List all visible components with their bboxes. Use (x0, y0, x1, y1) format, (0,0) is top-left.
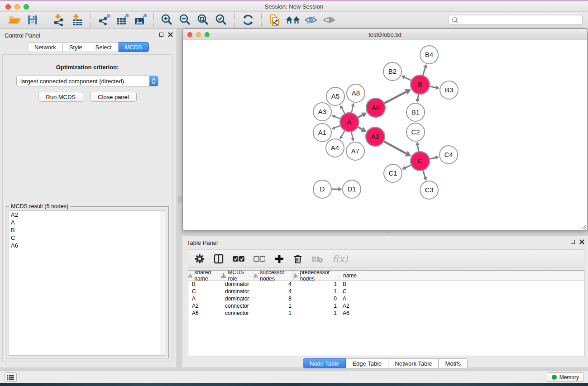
column-header-successor-nodes[interactable]: successor nodes (254, 271, 294, 280)
table-cell[interactable]: 1 (294, 302, 339, 310)
table-cell[interactable]: 4 (254, 288, 294, 295)
graph-edge[interactable] (429, 157, 435, 159)
show-columns-icon[interactable] (214, 254, 224, 264)
mcds-result-item[interactable]: C (9, 234, 166, 242)
graph-edge[interactable] (405, 77, 411, 81)
column-header-shared-name[interactable]: shared name (188, 271, 221, 280)
node-table[interactable]: shared nameMCDS rolesuccessor nodesprede… (188, 270, 584, 356)
mcds-list-scrollbar[interactable] (160, 211, 166, 355)
table-cell[interactable]: 0 (294, 295, 339, 302)
function-builder-icon[interactable]: f(x) (332, 253, 348, 264)
mcds-result-item[interactable]: A2 (9, 211, 166, 219)
tab-motifs[interactable]: Motifs (439, 358, 468, 368)
table-cell[interactable]: 1 (294, 281, 339, 288)
table-cell[interactable]: connector (221, 310, 254, 317)
table-row[interactable]: Cdominator41C (188, 288, 584, 295)
table-row[interactable]: A2connector11A2 (188, 302, 584, 310)
table-cell[interactable]: B (339, 281, 361, 288)
table-cell[interactable]: A (188, 295, 221, 302)
table-cell[interactable]: B (188, 281, 221, 288)
select-all-icon[interactable] (233, 256, 244, 262)
table-cell[interactable]: dominator (221, 288, 254, 295)
graph-edge[interactable] (335, 117, 341, 119)
mcds-result-item[interactable]: A (9, 219, 166, 226)
table-cell[interactable]: 4 (254, 281, 294, 288)
delete-icon[interactable] (293, 254, 302, 264)
graph-edge[interactable] (358, 115, 362, 118)
tab-node-table[interactable]: Node Table (303, 358, 346, 368)
table-row[interactable]: Adominator80A (188, 295, 584, 302)
graph-edge[interactable] (418, 94, 419, 99)
graph-edge[interactable] (405, 165, 411, 168)
table-cell[interactable]: A6 (188, 310, 221, 317)
table-cell[interactable]: 1 (254, 302, 294, 310)
network-canvas[interactable]: B4B2BB3A8A5A6A3B1AA1C2A2A4A7C4CC1DD1C3 (183, 40, 587, 230)
table-row[interactable]: Bdominator41B (188, 281, 584, 288)
add-icon[interactable] (274, 254, 284, 264)
hide-selected-icon[interactable] (302, 13, 320, 27)
graph-edge[interactable] (335, 126, 341, 128)
unselect-all-icon[interactable] (253, 256, 265, 262)
table-cell[interactable]: C (188, 288, 221, 295)
graph-edge[interactable] (418, 145, 419, 152)
task-history-button[interactable] (5, 372, 17, 382)
graph-edge[interactable] (430, 86, 436, 88)
table-cell[interactable]: C (339, 288, 361, 295)
graph-edge[interactable] (351, 106, 353, 113)
column-header-MCDS-role[interactable]: MCDS role (221, 271, 254, 280)
table-cell[interactable]: A2 (188, 302, 221, 310)
memory-button[interactable]: Memory (547, 372, 584, 382)
graph-edge[interactable] (351, 132, 353, 138)
table-cell[interactable]: 8 (254, 295, 294, 302)
graph-edge[interactable] (341, 130, 344, 136)
table-cell[interactable]: dominator (221, 295, 254, 302)
table-cell[interactable]: A (339, 295, 361, 302)
clear-table-icon[interactable] (311, 255, 323, 263)
show-all-icon[interactable] (320, 13, 338, 27)
first-neighbors-icon[interactable] (284, 13, 302, 27)
search-input[interactable] (459, 17, 579, 23)
apply-layout-icon[interactable] (239, 13, 257, 27)
horizontal-splitter-handle[interactable] (385, 232, 389, 234)
tab-network-table[interactable]: Network Table (388, 358, 439, 368)
zoom-in-icon[interactable] (158, 13, 176, 27)
table-cell[interactable]: 1 (294, 310, 339, 317)
graph-edge[interactable] (423, 170, 425, 177)
export-table-icon[interactable] (113, 13, 131, 27)
table-cell[interactable]: A2 (339, 302, 361, 310)
clone-network-icon[interactable] (266, 13, 284, 27)
column-header-predecessor-nodes[interactable]: predecessor nodes (294, 271, 339, 280)
graph-edge[interactable] (384, 92, 406, 103)
graph-edge[interactable] (358, 127, 362, 129)
optimization-criterion-select[interactable]: largest connected component (directed) (16, 76, 158, 86)
graph-edge[interactable] (423, 67, 425, 76)
table-cell[interactable]: dominator (221, 281, 254, 288)
table-cell[interactable]: 1 (294, 288, 339, 295)
zoom-out-icon[interactable] (176, 13, 194, 27)
table-settings-icon[interactable] (195, 254, 205, 264)
horizontal-splitter[interactable] (182, 231, 588, 235)
tab-edge-table[interactable]: Edge Table (346, 358, 388, 368)
tab-network[interactable]: Network (28, 42, 63, 52)
open-file-icon[interactable] (5, 13, 24, 27)
graph-edge[interactable] (342, 108, 345, 114)
close-panel-icon[interactable] (168, 32, 173, 37)
table-cell[interactable]: connector (221, 302, 254, 310)
mcds-result-item[interactable]: B (9, 226, 166, 234)
close-table-panel-icon[interactable] (579, 239, 584, 244)
column-header-name[interactable]: name (339, 271, 361, 280)
mcds-result-item[interactable]: A6 (9, 242, 166, 249)
close-panel-button[interactable]: Close panel (90, 92, 137, 102)
import-network-icon[interactable] (50, 13, 68, 27)
table-cell[interactable]: 1 (254, 310, 294, 317)
mcds-result-list[interactable]: A2ABCA6 (9, 210, 166, 356)
table-cell[interactable]: A6 (339, 310, 361, 317)
network-graph[interactable]: B4B2BB3A8A5A6A3B1AA1C2A2A4A7C4CC1DD1C3 (183, 40, 587, 230)
import-table-icon[interactable] (68, 13, 86, 27)
zoom-fit-icon[interactable] (194, 13, 212, 27)
export-image-icon[interactable] (131, 13, 149, 27)
export-network-icon[interactable] (95, 13, 113, 27)
tab-select[interactable]: Select (89, 42, 119, 52)
float-panel-icon[interactable] (159, 33, 163, 37)
tab-mcds[interactable]: MCDS (119, 42, 149, 52)
